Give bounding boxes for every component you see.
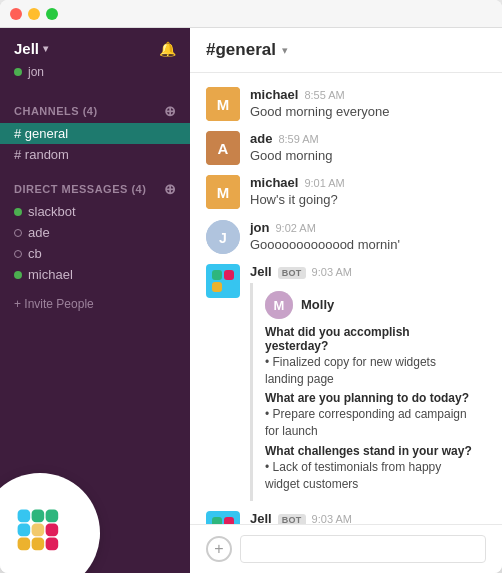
msg-author: ade bbox=[250, 131, 272, 146]
jell-bot-avatar-2 bbox=[206, 511, 240, 524]
sidebar-header: Jell ▾ 🔔 bbox=[0, 28, 190, 65]
avatar-ade: A bbox=[206, 131, 240, 165]
msg-time: 8:59 AM bbox=[278, 133, 318, 145]
message-jon-1: J jon 9:02 AM Gooooooooooood mornin' bbox=[190, 216, 502, 258]
bot-badge: BOT bbox=[278, 514, 306, 524]
msg-text: How's it going? bbox=[250, 191, 486, 209]
messages-list: M michael 8:55 AM Good morning everyone … bbox=[190, 73, 502, 524]
msg-meta: jon 9:02 AM bbox=[250, 220, 486, 235]
standup-a3-molly: • Lack of testimonials from happy widget… bbox=[265, 459, 474, 493]
msg-content-standup-molly: Jell BOT 9:03 AM M Molly What did bbox=[250, 264, 486, 501]
msg-content-michael-2: michael 9:01 AM How's it going? bbox=[250, 175, 486, 209]
msg-content-standup-jon: Jell BOT 9:03 AM J Jon What did yo bbox=[250, 511, 486, 524]
invite-people-button[interactable]: + Invite People bbox=[0, 289, 190, 319]
message-input[interactable] bbox=[240, 535, 486, 563]
svg-rect-20 bbox=[224, 282, 234, 292]
chat-input-area: + bbox=[190, 524, 502, 573]
user-status: jon bbox=[0, 65, 190, 91]
online-dot-icon bbox=[14, 68, 22, 76]
channels-add-icon[interactable]: ⊕ bbox=[164, 103, 177, 119]
standup-card-molly: M Molly What did you accomplish yesterda… bbox=[250, 283, 486, 501]
attach-button[interactable]: + bbox=[206, 536, 232, 562]
svg-rect-0 bbox=[18, 509, 31, 522]
msg-time: 9:03 AM bbox=[312, 513, 352, 524]
svg-rect-24 bbox=[224, 517, 234, 524]
sidebar-item-ade[interactable]: ade bbox=[0, 222, 190, 243]
msg-author: michael bbox=[250, 175, 298, 190]
svg-rect-17 bbox=[212, 270, 222, 280]
svg-text:M: M bbox=[217, 184, 230, 201]
standup-q3-molly: What challenges stand in your way? bbox=[265, 444, 474, 458]
jell-bot-avatar bbox=[206, 264, 240, 298]
standup-user-header: M Molly bbox=[265, 291, 474, 319]
slack-logo bbox=[0, 473, 100, 573]
notification-bell-icon[interactable]: 🔔 bbox=[159, 41, 176, 57]
msg-time: 9:02 AM bbox=[276, 222, 316, 234]
svg-rect-18 bbox=[224, 270, 234, 280]
sidebar-item-random[interactable]: # random bbox=[0, 144, 190, 165]
msg-meta: michael 9:01 AM bbox=[250, 175, 486, 190]
svg-rect-3 bbox=[46, 509, 59, 522]
ade-status-icon bbox=[14, 229, 22, 237]
michael-label: michael bbox=[28, 267, 73, 282]
dm-add-icon[interactable]: ⊕ bbox=[164, 181, 177, 197]
cb-label: cb bbox=[28, 246, 42, 261]
app-body: Jell ▾ 🔔 jon CHANNELS (4) ⊕ # general # bbox=[0, 28, 502, 573]
traffic-lights bbox=[10, 8, 58, 20]
bot-badge: BOT bbox=[278, 267, 306, 279]
channel-chevron-icon[interactable]: ▾ bbox=[282, 44, 288, 57]
channel-title: #general bbox=[206, 40, 276, 60]
svg-rect-23 bbox=[212, 517, 222, 524]
channels-label: CHANNELS (4) bbox=[14, 105, 98, 117]
slackbot-label: slackbot bbox=[28, 204, 76, 219]
svg-text:J: J bbox=[219, 230, 227, 246]
standup-molly-name: Molly bbox=[301, 297, 334, 312]
titlebar bbox=[0, 0, 502, 28]
msg-content-jon-1: jon 9:02 AM Gooooooooooood mornin' bbox=[250, 220, 486, 254]
svg-rect-4 bbox=[18, 537, 31, 550]
channels-section-header: CHANNELS (4) ⊕ bbox=[0, 101, 190, 121]
svg-rect-19 bbox=[212, 282, 222, 292]
sidebar-item-cb[interactable]: cb bbox=[0, 243, 190, 264]
msg-author: michael bbox=[250, 87, 298, 102]
sidebar-item-michael[interactable]: michael bbox=[0, 264, 190, 285]
message-ade-1: A ade 8:59 AM Good morning bbox=[190, 127, 502, 169]
sidebar-item-slackbot[interactable]: slackbot bbox=[0, 201, 190, 222]
app-window: Jell ▾ 🔔 jon CHANNELS (4) ⊕ # general # bbox=[0, 0, 502, 573]
minimize-button[interactable] bbox=[28, 8, 40, 20]
sidebar-item-general[interactable]: # general bbox=[0, 123, 190, 144]
svg-text:A: A bbox=[218, 140, 229, 157]
sidebar: Jell ▾ 🔔 jon CHANNELS (4) ⊕ # general # bbox=[0, 28, 190, 573]
msg-meta: Jell BOT 9:03 AM bbox=[250, 511, 486, 524]
standup-q2-molly: What are you planning to do today? bbox=[265, 391, 474, 405]
msg-content-michael-1: michael 8:55 AM Good morning everyone bbox=[250, 87, 486, 121]
msg-time: 9:03 AM bbox=[312, 266, 352, 278]
avatar-jon: J bbox=[206, 220, 240, 254]
dm-section: DIRECT MESSAGES (4) ⊕ slackbot ade cb bbox=[0, 169, 190, 289]
msg-author: Jell bbox=[250, 511, 272, 524]
message-michael-2: M michael 9:01 AM How's it going? bbox=[190, 171, 502, 213]
workspace-chevron-icon: ▾ bbox=[43, 43, 48, 54]
svg-rect-7 bbox=[46, 537, 59, 550]
svg-rect-6 bbox=[46, 523, 59, 536]
chat-header: #general ▾ bbox=[190, 28, 502, 73]
standup-message-molly: Jell BOT 9:03 AM M Molly What did bbox=[190, 260, 502, 505]
chat-area: #general ▾ M michael 8:55 AM Good mornin… bbox=[190, 28, 502, 573]
msg-meta: ade 8:59 AM bbox=[250, 131, 486, 146]
msg-time: 9:01 AM bbox=[304, 177, 344, 189]
dm-label: DIRECT MESSAGES (4) bbox=[14, 183, 146, 195]
svg-text:M: M bbox=[217, 96, 230, 113]
standup-q1-molly: What did you accomplish yesterday? bbox=[265, 325, 474, 353]
msg-author: Jell bbox=[250, 264, 272, 279]
workspace-label: Jell bbox=[14, 40, 39, 57]
cb-status-icon bbox=[14, 250, 22, 258]
maximize-button[interactable] bbox=[46, 8, 58, 20]
msg-content-ade-1: ade 8:59 AM Good morning bbox=[250, 131, 486, 165]
ade-label: ade bbox=[28, 225, 50, 240]
standup-a2-molly: • Prepare corresponding ad campaign for … bbox=[265, 406, 474, 440]
workspace-name[interactable]: Jell ▾ bbox=[14, 40, 48, 57]
close-button[interactable] bbox=[10, 8, 22, 20]
msg-meta: Jell BOT 9:03 AM bbox=[250, 264, 486, 279]
avatar-michael: M bbox=[206, 87, 240, 121]
svg-text:M: M bbox=[274, 298, 285, 313]
